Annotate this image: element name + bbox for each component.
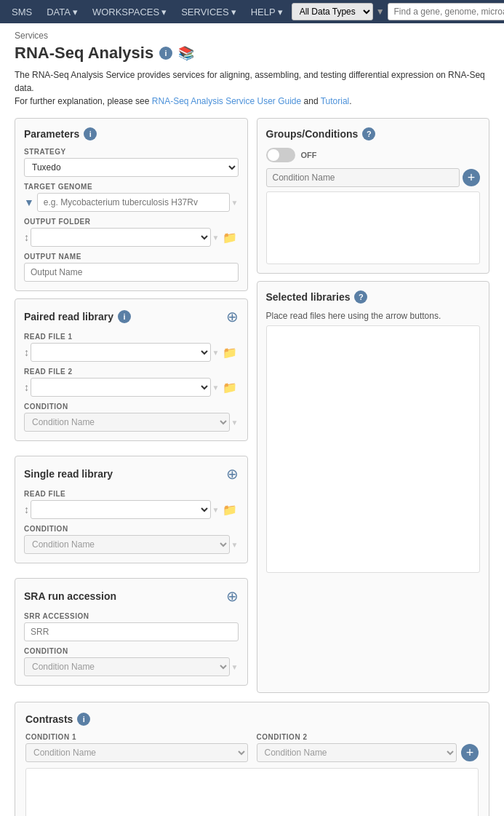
condition-input-row: + <box>266 168 481 187</box>
groups-toggle[interactable] <box>266 148 295 162</box>
read-file2-browse-button[interactable]: 📁 <box>221 381 239 395</box>
filter-icon: ▼ <box>376 7 385 17</box>
read-file-label: READ FILE <box>24 490 239 498</box>
contrasts-title: Contrasts i <box>25 713 479 726</box>
srr-input[interactable] <box>24 622 239 641</box>
contrasts-list-area <box>25 768 479 816</box>
nav-data-label: DATA <box>47 7 71 17</box>
chevron-icon: ▼ <box>212 349 220 357</box>
sra-condition-wrapper: Condition Name ▼ <box>24 657 239 676</box>
sra-accession-panel: SRA run accession ⊕ SRR ACCESSION CONDIT… <box>15 578 248 686</box>
paired-condition-label: CONDITION <box>24 403 239 411</box>
selected-libraries-list <box>266 325 481 573</box>
add-sra-button[interactable]: ⊕ <box>226 587 239 605</box>
conditions-list-area <box>266 191 481 264</box>
strategy-select[interactable]: Tuxedo <box>24 158 239 177</box>
condition1-label: CONDITION 1 <box>25 733 248 741</box>
read-file1-select[interactable] <box>31 343 211 362</box>
toggle-row: OFF <box>266 148 481 162</box>
global-search-input[interactable] <box>388 3 504 20</box>
target-genome-label: TARGET GENOME <box>24 183 239 191</box>
paired-condition-select[interactable]: Condition Name <box>24 413 230 432</box>
data-types-select[interactable]: All Data Types <box>292 3 373 20</box>
read-file-browse-button[interactable]: 📁 <box>221 503 239 517</box>
right-column: Groups/Conditions ? OFF + <box>257 118 490 693</box>
read-file1-browse-button[interactable]: 📁 <box>221 346 239 360</box>
condition2-row: Condition Name + <box>257 743 479 762</box>
groups-conditions-title: Groups/Conditions ? <box>266 127 481 140</box>
condition-name-input[interactable] <box>266 168 460 187</box>
parameters-title: Parameters i <box>24 127 239 140</box>
page-info-icon[interactable]: i <box>159 47 172 60</box>
page-content: Services RNA-Seq Analysis i 📚 The RNA-Se… <box>0 23 504 816</box>
condition2-label: CONDITION 2 <box>257 733 479 741</box>
sort-icon: ↕ <box>24 504 29 515</box>
tutorial-icon[interactable]: 📚 <box>178 45 194 61</box>
selected-libraries-panel: Selected libraries ? Place read files he… <box>257 281 490 693</box>
single-condition-select[interactable]: Condition Name <box>24 535 230 554</box>
page-title: RNA-Seq Analysis <box>15 44 153 63</box>
selected-libraries-info-icon[interactable]: ? <box>354 290 367 304</box>
main-grid: Parameters i STRATEGY Tuxedo TARGET GENO… <box>15 118 489 693</box>
filter-icon: ▼ <box>24 197 34 208</box>
condition2-select[interactable]: Condition Name <box>257 743 457 762</box>
output-name-label: OUTPUT NAME <box>24 253 239 261</box>
target-genome-wrapper: ▼ ▼ <box>24 193 239 212</box>
chevron-down-icon: ▾ <box>73 7 78 17</box>
add-paired-library-button[interactable]: ⊕ <box>226 308 239 325</box>
output-name-input[interactable] <box>24 263 239 282</box>
paired-condition-wrapper: Condition Name ▼ <box>24 413 239 432</box>
single-condition-wrapper: Condition Name ▼ <box>24 535 239 554</box>
chevron-down-icon: ▼ <box>231 663 239 671</box>
condition2-group: CONDITION 2 Condition Name + <box>257 733 479 762</box>
top-navigation: SMS DATA ▾ WORKSPACES ▾ SERVICES ▾ HELP … <box>0 0 504 23</box>
read-file-select[interactable] <box>31 500 211 519</box>
condition1-select[interactable]: Condition Name <box>25 743 248 762</box>
chevron-icon: ▼ <box>212 234 220 242</box>
parameters-info-icon[interactable]: i <box>84 127 97 140</box>
chevron-down-icon: ▾ <box>278 7 283 17</box>
nav-help-label: HELP <box>251 7 276 17</box>
read-file2-label: READ FILE 2 <box>24 368 239 376</box>
paired-library-info-icon[interactable]: i <box>118 310 131 323</box>
target-genome-input[interactable] <box>37 193 230 212</box>
chevron-down-icon: ▼ <box>231 419 239 427</box>
sra-accession-title: SRA run accession ⊕ <box>24 587 239 605</box>
add-contrast-button[interactable]: + <box>461 744 479 761</box>
read-file2-wrapper: ↕ ▼ 📁 <box>24 378 239 397</box>
sra-condition-label: CONDITION <box>24 647 239 655</box>
nav-workspaces-label: WORKSPACES <box>92 7 159 17</box>
nav-sms[interactable]: SMS <box>6 0 38 23</box>
chevron-icon: ▼ <box>231 199 239 207</box>
output-folder-browse-button[interactable]: 📁 <box>221 231 239 245</box>
tutorial-link[interactable]: Tutorial <box>321 96 350 106</box>
selected-libraries-description: Place read files here using the arrow bu… <box>266 311 481 321</box>
chevron-icon: ▼ <box>212 506 220 514</box>
contrasts-info-icon[interactable]: i <box>77 713 90 726</box>
output-folder-select[interactable] <box>31 228 211 247</box>
page-title-row: RNA-Seq Analysis i 📚 <box>15 44 489 63</box>
single-condition-label: CONDITION <box>24 525 239 533</box>
user-guide-link[interactable]: RNA-Seq Analysis Service User Guide <box>152 96 301 106</box>
add-condition-button[interactable]: + <box>463 169 480 186</box>
sra-condition-select[interactable]: Condition Name <box>24 657 230 676</box>
nav-help[interactable]: HELP ▾ <box>245 0 289 23</box>
sort-icon: ↕ <box>24 381 29 393</box>
sort-icon: ↕ <box>24 346 29 358</box>
read-file1-label: READ FILE 1 <box>24 333 239 341</box>
single-library-panel: Single read library ⊕ READ FILE ↕ ▼ 📁 CO… <box>15 456 248 563</box>
breadcrumb: Services <box>15 31 489 41</box>
nav-sms-label: SMS <box>12 7 32 17</box>
parameters-panel: Parameters i STRATEGY Tuxedo TARGET GENO… <box>15 118 248 291</box>
nav-workspaces[interactable]: WORKSPACES ▾ <box>87 0 172 23</box>
read-file-wrapper: ↕ ▼ 📁 <box>24 500 239 519</box>
strategy-select-wrapper: Tuxedo <box>24 158 239 177</box>
add-single-library-button[interactable]: ⊕ <box>226 465 239 483</box>
sort-icon: ↕ <box>24 231 29 243</box>
groups-info-icon[interactable]: ? <box>362 127 375 140</box>
nav-services[interactable]: SERVICES ▾ <box>175 0 242 23</box>
chevron-down-icon: ▼ <box>231 541 239 549</box>
nav-data[interactable]: DATA ▾ <box>41 0 84 23</box>
strategy-label: STRATEGY <box>24 148 239 156</box>
read-file2-select[interactable] <box>31 378 211 397</box>
